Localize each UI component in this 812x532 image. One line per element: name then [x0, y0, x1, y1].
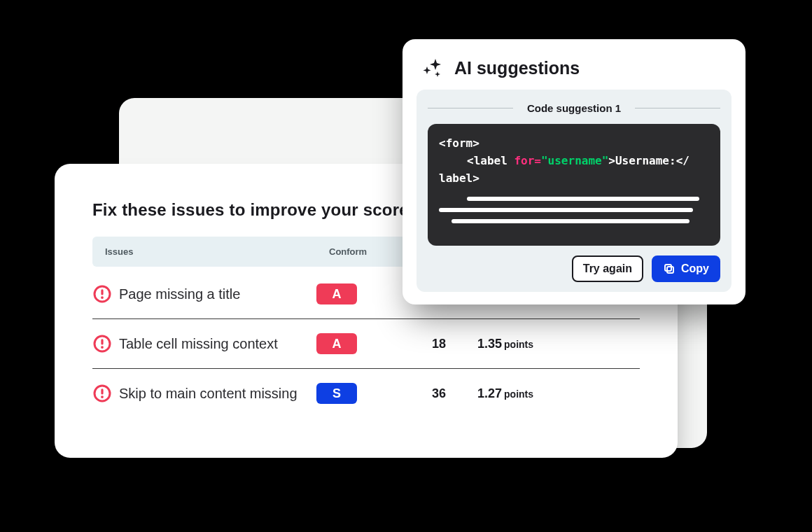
- alert-icon: [92, 334, 112, 354]
- code-suggestion-label: Code suggestion 1: [523, 102, 625, 114]
- code-suggestion-heading: Code suggestion 1: [428, 102, 720, 114]
- col-issues: Issues: [105, 246, 329, 257]
- try-again-button[interactable]: Try again: [572, 255, 643, 282]
- sparkles-icon: [421, 56, 444, 80]
- issue-points: 1.27points: [477, 386, 589, 401]
- issue-label: Skip to main content missing: [119, 386, 316, 402]
- copy-icon: [663, 262, 676, 275]
- copy-button[interactable]: Copy: [652, 255, 720, 282]
- code-snippet: <form> <label for="username">Username:</…: [428, 124, 720, 246]
- conformance-badge: A: [316, 333, 357, 354]
- issue-count: 18: [400, 337, 477, 351]
- alert-icon: [92, 384, 112, 403]
- issue-count: 36: [400, 386, 477, 401]
- alert-icon: [92, 284, 112, 304]
- svg-point-8: [101, 396, 104, 398]
- issue-label: Page missing a title: [119, 286, 316, 302]
- issue-points: 1.35points: [477, 337, 589, 351]
- issue-row[interactable]: Table cell missing context A 18 1.35poin…: [92, 319, 640, 369]
- svg-rect-7: [101, 388, 103, 394]
- svg-rect-1: [101, 289, 103, 295]
- ai-suggestions-card: AI suggestions Code suggestion 1 <form> …: [402, 39, 746, 304]
- ai-suggestions-body: Code suggestion 1 <form> <label for="use…: [416, 90, 732, 292]
- issue-row[interactable]: Skip to main content missing S 36 1.27po…: [92, 369, 640, 418]
- ai-suggestions-actions: Try again Copy: [428, 255, 720, 282]
- issue-label: Table cell missing context: [119, 336, 316, 352]
- svg-rect-4: [101, 339, 103, 344]
- col-conformance: Conform: [329, 246, 413, 257]
- conformance-badge: S: [316, 383, 357, 404]
- ai-suggestions-header: AI suggestions: [416, 53, 732, 90]
- conformance-badge: A: [316, 284, 357, 304]
- svg-point-5: [101, 346, 104, 349]
- svg-point-2: [101, 296, 104, 299]
- svg-rect-10: [665, 265, 671, 271]
- code-skeleton-lines: [439, 197, 709, 223]
- ai-suggestions-title: AI suggestions: [454, 58, 580, 78]
- svg-rect-9: [667, 267, 673, 273]
